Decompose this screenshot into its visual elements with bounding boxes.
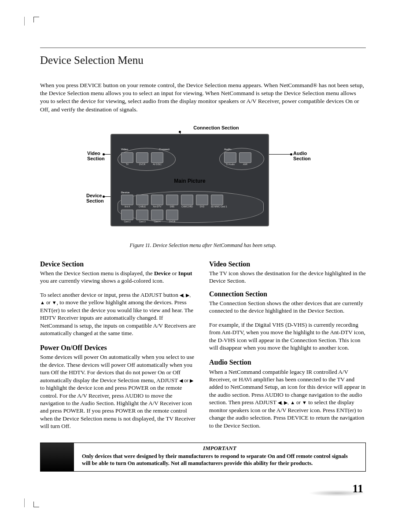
device-icon: [224, 152, 236, 163]
icon-row-device-1: Ant-A CABLE Ant-DTV DBS CAMCORD DVD SD M…: [121, 195, 227, 208]
heading-video-section: Video Section: [209, 259, 366, 269]
icon-label: Card 2: [121, 220, 133, 223]
main-picture-label: Main Picture: [111, 178, 268, 184]
arrow-icons: ◀ or ▶: [179, 378, 193, 383]
top-rule: [40, 48, 366, 48]
text-bold: Input: [178, 270, 192, 277]
heading-power: Power On/Off Devices: [40, 343, 197, 352]
device-icon: [121, 195, 133, 205]
device-section-p1: When the Device Section menu is displaye…: [40, 269, 197, 285]
device-section-p2: To select another device or input, press…: [40, 291, 197, 337]
text: To select another device or input, press…: [40, 292, 180, 298]
text: , to move the yellow highlight among the…: [40, 299, 196, 336]
icon-label: DVCR: [136, 163, 148, 166]
important-box: IMPORTANT Only devices that were designe…: [40, 443, 366, 472]
figure-device-selection: Connection Section Video Section Audio S…: [40, 125, 366, 240]
conn-p2: For example, if the Digital VHS (D-VHS) …: [209, 321, 366, 352]
body-columns: Device Section When the Device Section m…: [40, 259, 366, 436]
heading-audio-section: Audio Section: [209, 358, 366, 367]
text: to highlight the device icon and press P…: [40, 384, 195, 429]
device-icon: [151, 195, 163, 205]
device-icon: [151, 152, 163, 163]
device-icon: [136, 210, 148, 220]
page-number: 11: [309, 482, 366, 495]
leader-device-1: Device Section: [86, 193, 104, 203]
device-selection-screenshot: Main Picture Video Connect Audio Device …: [111, 134, 269, 226]
device-icon: [121, 210, 133, 220]
page-title: Device Selection Menu: [40, 54, 366, 66]
crop-mark: [33, 502, 39, 507]
text: or: [170, 270, 178, 277]
device-icon: [166, 195, 178, 205]
leader-audio-1: Audio Section: [293, 151, 311, 161]
icon-label: CAMCORD: [181, 205, 193, 208]
icon-label: Card 4: [151, 220, 163, 223]
right-column: Video Section The TV icon shows the dest…: [209, 259, 366, 436]
conn-p1: The Connection Section shows the other d…: [209, 299, 366, 315]
icon-row-video: TV DVCR AV DISC: [121, 152, 163, 166]
leader-audio: Audio Section: [293, 151, 320, 161]
intro-paragraph: When you press DEVICE button on your rem…: [40, 81, 366, 114]
text-bold: Device: [154, 270, 170, 277]
device-icon: [136, 152, 148, 163]
icon-label: AVR: [239, 163, 251, 166]
leader-video-1: Video Section: [87, 151, 105, 161]
device-icon: [166, 210, 178, 220]
important-bar: [41, 443, 74, 472]
crop-mark: [24, 498, 25, 507]
icon-label: DBS: [166, 205, 178, 208]
device-icon: [211, 195, 223, 205]
icon-label: DVD: [196, 205, 208, 208]
icon-label: CABLE: [136, 205, 148, 208]
icon-label: AV DISC: [151, 163, 163, 166]
power-p: Some devices will power On automatically…: [40, 353, 197, 430]
leader-device: Device Section: [86, 193, 108, 203]
device-icon: [196, 195, 208, 205]
heading-connection-section: Connection Section: [209, 289, 366, 299]
icon-row-device-2: Card 2 Card 3 Card 4 DVCR: [121, 210, 178, 223]
leader-dot: [290, 153, 292, 155]
video-p: The TV icon shows the destination for th…: [209, 269, 366, 285]
audio-p: When a NetCommand compatible legacy IR c…: [209, 368, 366, 429]
device-icon: [239, 152, 251, 163]
important-title: IMPORTANT: [82, 445, 357, 452]
important-text: Only devices that were designed by their…: [82, 453, 357, 467]
page-number-value: 11: [352, 482, 366, 495]
device-icon: [136, 195, 148, 205]
icon-label: Card 3: [136, 220, 148, 223]
group-label-video: Video: [121, 148, 128, 151]
crop-mark: [24, 17, 25, 26]
text: Some devices will power On automatically…: [40, 354, 194, 383]
arrow-icons: ◀, ▶, ▲ or ▼: [278, 400, 307, 405]
device-icon: [121, 152, 133, 163]
group-label-device: Device: [121, 191, 129, 194]
icon-label: Ant-DTV: [151, 205, 163, 208]
leader-video: Video Section: [87, 151, 109, 161]
leader-connection: Connection Section: [172, 125, 260, 130]
icon-label: TV: [121, 163, 133, 166]
device-icon: [151, 210, 163, 220]
icon-label: DVCR: [166, 220, 178, 223]
icon-label: TV Audio: [224, 163, 236, 166]
text: When the Device Section menu is displaye…: [40, 270, 154, 277]
icon-label: SD MMC Card 1: [211, 205, 227, 208]
crop-mark: [33, 17, 39, 22]
page-content: Device Selection Menu When you press DEV…: [40, 48, 366, 472]
heading-device-section: Device Section: [40, 259, 197, 269]
figure-caption: Figure 11. Device Selection menu after N…: [40, 242, 366, 249]
device-icon: [181, 195, 193, 205]
icon-row-audio: TV Audio AVR: [224, 152, 251, 166]
icon-label: Ant-A: [121, 205, 133, 208]
text: you are currently viewing shows a gold-c…: [40, 277, 164, 284]
left-column: Device Section When the Device Section m…: [40, 259, 197, 436]
